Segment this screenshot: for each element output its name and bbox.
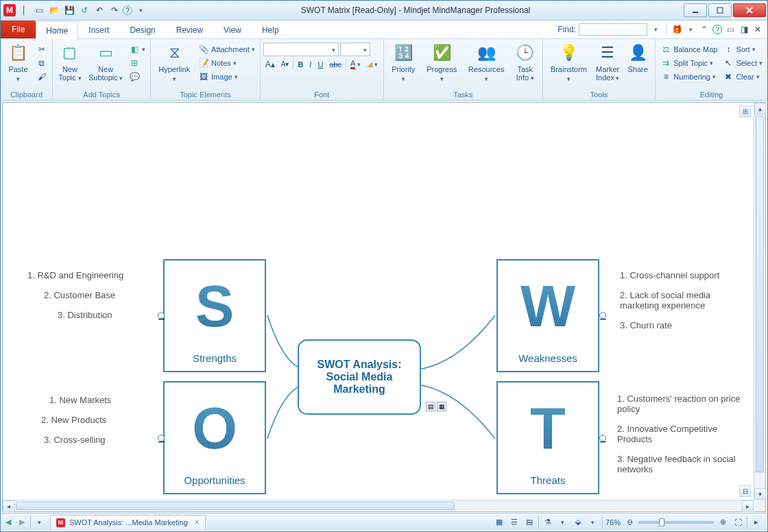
underline-button[interactable]: U [315,60,325,69]
topic-extra1[interactable]: ◧ [127,43,147,56]
task-info-button[interactable]: 🕒Task Info [511,40,540,84]
handle-o[interactable]: – [158,435,165,442]
new-doc-icon[interactable]: ▭ [32,3,46,17]
grow-font-button[interactable]: A▴ [263,59,277,70]
doc-tab-close-icon[interactable]: × [195,518,200,527]
list-item[interactable]: 3. Churn rate [620,320,743,330]
view-gantt-icon[interactable]: ▤ [523,516,536,529]
filter-drop[interactable] [557,516,569,529]
list-item[interactable]: 1. R&D and Engineering [27,270,151,280]
notes-button[interactable]: 📝Notes [196,57,257,69]
clear-button[interactable]: ✖Clear [721,71,765,83]
help-icon[interactable]: ? [123,5,132,15]
scroll-right-icon[interactable]: ▸ [742,500,754,512]
list-item[interactable]: 1. New Markets [49,395,151,405]
nav-back-icon[interactable]: ◀ [2,516,14,529]
shrink-font-button[interactable]: A▾ [279,60,291,69]
find-dropdown[interactable] [650,24,661,35]
scroll-thumb-h[interactable] [16,502,455,510]
split-h-icon[interactable]: ⊟ [739,485,751,497]
tab-home[interactable]: Home [36,21,78,39]
nav-forward-icon[interactable]: ▶ [16,516,28,529]
open-icon[interactable]: 📂 [47,3,61,17]
handle-w[interactable]: – [599,312,606,319]
level-icon[interactable]: ⬙ [572,516,584,529]
gift-dropdown[interactable] [685,24,696,35]
cut-button[interactable]: ✂ [34,43,49,56]
center-attachments[interactable]: ▤ ▦ [426,402,446,411]
undo-icon[interactable]: ↶ [93,3,106,17]
quad-weaknesses[interactable]: W Weaknesses [496,259,599,372]
list-item[interactable]: 3. Cross-selling [44,435,151,445]
image-button[interactable]: 🖼Image [196,71,257,83]
scroll-left-icon[interactable]: ◂ [3,500,14,512]
priority-button[interactable]: 🔢Priority [387,40,420,84]
scroll-thumb-v[interactable] [756,116,764,472]
quad-threats[interactable]: T Threats [496,381,599,494]
font-family-combo[interactable] [263,43,339,56]
resources-button[interactable]: 👥Resources [464,40,509,84]
balance-map-button[interactable]: ⚖Balance Map [658,43,719,56]
zoom-knob[interactable] [659,518,664,527]
qat-customize[interactable] [134,3,147,17]
format-painter-button[interactable]: 🖌 [34,71,49,83]
save-icon[interactable]: 💾 [62,3,76,17]
panel-icon[interactable]: ◨ [739,24,749,35]
find-input[interactable] [579,23,647,36]
bold-button[interactable]: B [296,60,305,69]
quad-opportunities[interactable]: O Opportunities [163,381,266,494]
new-topic-button[interactable]: ▢ New Topic [56,40,84,84]
nav-history[interactable] [33,516,45,529]
sort-button[interactable]: ↕Sort [721,43,765,56]
expand-right-icon[interactable]: ▸ [750,516,763,529]
zoom-value[interactable]: 76% [605,518,621,527]
scroll-up-icon[interactable]: ▴ [754,103,766,114]
level-drop[interactable] [587,516,599,529]
refresh-icon[interactable]: ↺ [77,3,91,17]
up-icon[interactable]: ⌃ [699,24,710,35]
attachment-button[interactable]: 📎Attachment [196,43,257,56]
file-tab[interactable]: File [1,21,36,38]
zoom-out-icon[interactable]: ⊖ [623,516,636,529]
brainstorm-button[interactable]: 💡Brainstorm [546,40,592,84]
font-size-combo[interactable] [340,43,370,56]
numbering-button[interactable]: ≡Numbering [658,71,719,83]
select-button[interactable]: ↖Select [721,57,765,69]
handle-s[interactable]: – [158,312,165,319]
redo-icon[interactable]: ↷ [108,3,121,17]
filter-icon[interactable]: ⚗ [542,516,554,529]
list-item[interactable]: 2. New Products [41,415,151,425]
zoom-slider[interactable] [638,521,714,524]
close-button[interactable] [733,3,766,17]
canvas[interactable]: SWOT Analysis: Social Media Marketing ▤ … [3,103,754,500]
note-indicator-icon[interactable]: ▤ [426,402,435,411]
progress-button[interactable]: ✅Progress [422,40,462,84]
gift-icon[interactable]: 🎁 [671,24,682,35]
view-map-icon[interactable]: ▦ [493,516,505,529]
tab-help[interactable]: Help [252,21,289,38]
tab-insert[interactable]: Insert [78,21,119,38]
font-color-button[interactable]: A [348,58,363,70]
help2-icon[interactable]: ? [712,25,722,34]
topic-extra2[interactable]: ⊞ [127,57,147,69]
copy-button[interactable]: ⧉ [34,57,49,69]
marker-index-button[interactable]: ☰Marker Index [593,40,622,84]
fit-icon[interactable]: ⛶ [732,516,744,529]
list-item[interactable]: 2. Customer Base [44,290,151,300]
list-item[interactable]: 3. Negative feedback in social networks [617,454,741,474]
scroll-down-icon[interactable]: ▾ [754,488,766,500]
quad-strengths[interactable]: S Strengths [163,259,266,372]
image-indicator-icon[interactable]: ▦ [437,402,446,411]
new-subtopic-button[interactable]: ▭ New Subtopic [86,40,125,84]
tab-view[interactable]: View [213,21,252,38]
view-outline-icon[interactable]: ☰ [508,516,520,529]
split-v-icon[interactable]: ⊞ [739,106,751,117]
center-node[interactable]: SWOT Analysis: Social Media Marketing [298,339,421,415]
split-topic-button[interactable]: ⇉Split Topic [658,57,719,69]
min-ribbon-icon[interactable]: ▭ [725,24,736,35]
list-item[interactable]: 2. Innovative Competitive Products [617,424,741,444]
hyperlink-button[interactable]: ⧖ Hyperlink [154,40,195,84]
document-tab[interactable]: M SWOT Analysis: ...Media Marketing × [50,515,206,530]
maximize-button[interactable] [708,3,732,17]
tab-review[interactable]: Review [166,21,213,38]
